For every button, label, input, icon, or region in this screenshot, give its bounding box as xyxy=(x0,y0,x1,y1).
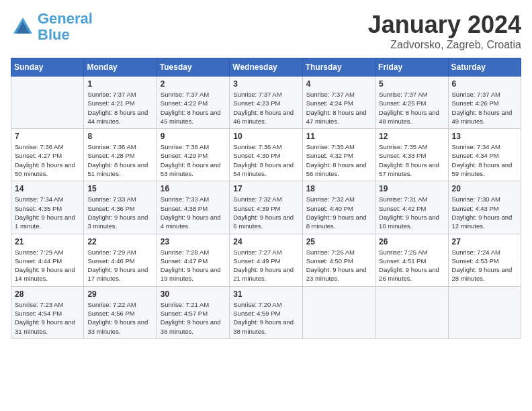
day-number: 23 xyxy=(161,237,226,246)
day-cell: 19Sunrise: 7:31 AMSunset: 4:42 PMDayligh… xyxy=(375,181,448,234)
day-number: 12 xyxy=(379,132,444,141)
day-number: 29 xyxy=(87,289,152,299)
day-cell: 7Sunrise: 7:36 AMSunset: 4:27 PMDaylight… xyxy=(11,129,84,181)
day-info: Sunrise: 7:36 AMSunset: 4:27 PMDaylight:… xyxy=(15,142,80,178)
day-cell: 25Sunrise: 7:26 AMSunset: 4:50 PMDayligh… xyxy=(302,234,375,286)
day-cell: 26Sunrise: 7:25 AMSunset: 4:51 PMDayligh… xyxy=(375,234,448,286)
day-info: Sunrise: 7:33 AMSunset: 4:36 PMDaylight:… xyxy=(87,195,152,230)
day-number: 17 xyxy=(233,184,298,193)
day-cell: 8Sunrise: 7:36 AMSunset: 4:28 PMDaylight… xyxy=(84,129,157,181)
day-cell: 2Sunrise: 7:37 AMSunset: 4:22 PMDaylight… xyxy=(157,77,229,129)
day-number: 9 xyxy=(161,132,226,141)
day-cell: 4Sunrise: 7:37 AMSunset: 4:24 PMDaylight… xyxy=(302,77,375,129)
day-number: 11 xyxy=(306,132,371,141)
day-number: 2 xyxy=(161,79,226,89)
day-cell: 5Sunrise: 7:37 AMSunset: 4:25 PMDaylight… xyxy=(375,77,448,129)
day-cell: 29Sunrise: 7:22 AMSunset: 4:56 PMDayligh… xyxy=(84,286,157,338)
day-info: Sunrise: 7:37 AMSunset: 4:26 PMDaylight:… xyxy=(452,90,517,126)
day-info: Sunrise: 7:32 AMSunset: 4:39 PMDaylight:… xyxy=(233,195,298,230)
calendar-table: SundayMondayTuesdayWednesdayThursdayFrid… xyxy=(11,58,521,339)
weekday-header-sunday: Sunday xyxy=(11,58,84,77)
week-row-3: 14Sunrise: 7:34 AMSunset: 4:35 PMDayligh… xyxy=(11,181,521,234)
day-info: Sunrise: 7:25 AMSunset: 4:51 PMDaylight:… xyxy=(379,248,444,283)
logo-blue: Blue xyxy=(38,26,70,43)
day-cell: 24Sunrise: 7:27 AMSunset: 4:49 PMDayligh… xyxy=(230,234,302,286)
day-info: Sunrise: 7:31 AMSunset: 4:42 PMDaylight:… xyxy=(379,195,444,230)
day-cell xyxy=(11,77,84,129)
day-info: Sunrise: 7:29 AMSunset: 4:44 PMDaylight:… xyxy=(15,248,80,283)
location: Zadvorsko, Zagreb, Croatia xyxy=(368,39,521,51)
week-row-2: 7Sunrise: 7:36 AMSunset: 4:27 PMDaylight… xyxy=(11,129,521,181)
day-cell: 20Sunrise: 7:30 AMSunset: 4:43 PMDayligh… xyxy=(448,181,521,234)
day-cell: 16Sunrise: 7:33 AMSunset: 4:38 PMDayligh… xyxy=(157,181,229,234)
day-cell: 22Sunrise: 7:29 AMSunset: 4:46 PMDayligh… xyxy=(84,234,157,286)
month-title: January 2024 xyxy=(368,11,521,39)
day-info: Sunrise: 7:23 AMSunset: 4:54 PMDaylight:… xyxy=(15,300,80,336)
day-info: Sunrise: 7:37 AMSunset: 4:23 PMDaylight:… xyxy=(233,90,298,126)
day-number: 28 xyxy=(15,289,80,299)
day-number: 6 xyxy=(452,79,517,89)
day-number: 15 xyxy=(87,184,152,193)
day-info: Sunrise: 7:21 AMSunset: 4:57 PMDaylight:… xyxy=(161,300,226,336)
day-number: 27 xyxy=(452,237,517,246)
day-number: 19 xyxy=(379,184,444,193)
day-info: Sunrise: 7:37 AMSunset: 4:24 PMDaylight:… xyxy=(306,90,371,126)
logo-icon xyxy=(11,15,35,39)
day-number: 7 xyxy=(15,132,80,141)
week-row-4: 21Sunrise: 7:29 AMSunset: 4:44 PMDayligh… xyxy=(11,234,521,286)
week-row-1: 1Sunrise: 7:37 AMSunset: 4:21 PMDaylight… xyxy=(11,77,521,129)
day-cell xyxy=(302,286,375,338)
page-header: General Blue January 2024 Zadvorsko, Zag… xyxy=(11,11,521,51)
day-cell: 18Sunrise: 7:32 AMSunset: 4:40 PMDayligh… xyxy=(302,181,375,234)
day-info: Sunrise: 7:20 AMSunset: 4:59 PMDaylight:… xyxy=(233,300,298,336)
day-info: Sunrise: 7:28 AMSunset: 4:47 PMDaylight:… xyxy=(161,248,226,283)
day-info: Sunrise: 7:35 AMSunset: 4:32 PMDaylight:… xyxy=(306,142,371,178)
day-cell: 31Sunrise: 7:20 AMSunset: 4:59 PMDayligh… xyxy=(230,286,302,338)
day-number: 1 xyxy=(87,79,152,89)
weekday-header-thursday: Thursday xyxy=(302,58,375,77)
day-cell: 28Sunrise: 7:23 AMSunset: 4:54 PMDayligh… xyxy=(11,286,84,338)
day-info: Sunrise: 7:34 AMSunset: 4:35 PMDaylight:… xyxy=(15,195,80,230)
day-cell: 13Sunrise: 7:34 AMSunset: 4:34 PMDayligh… xyxy=(448,129,521,181)
weekday-header-row: SundayMondayTuesdayWednesdayThursdayFrid… xyxy=(11,58,521,77)
day-cell: 17Sunrise: 7:32 AMSunset: 4:39 PMDayligh… xyxy=(230,181,302,234)
day-cell: 23Sunrise: 7:28 AMSunset: 4:47 PMDayligh… xyxy=(157,234,229,286)
day-number: 16 xyxy=(161,184,226,193)
day-number: 22 xyxy=(87,237,152,246)
day-number: 21 xyxy=(15,237,80,246)
logo-text: General Blue xyxy=(38,11,93,43)
weekday-header-wednesday: Wednesday xyxy=(230,58,302,77)
day-cell: 27Sunrise: 7:24 AMSunset: 4:53 PMDayligh… xyxy=(448,234,521,286)
day-info: Sunrise: 7:27 AMSunset: 4:49 PMDaylight:… xyxy=(233,248,298,283)
day-info: Sunrise: 7:37 AMSunset: 4:21 PMDaylight:… xyxy=(87,90,152,126)
day-number: 13 xyxy=(452,132,517,141)
day-info: Sunrise: 7:24 AMSunset: 4:53 PMDaylight:… xyxy=(452,248,517,283)
day-info: Sunrise: 7:36 AMSunset: 4:28 PMDaylight:… xyxy=(87,142,152,178)
day-cell: 21Sunrise: 7:29 AMSunset: 4:44 PMDayligh… xyxy=(11,234,84,286)
week-row-5: 28Sunrise: 7:23 AMSunset: 4:54 PMDayligh… xyxy=(11,286,521,338)
day-number: 18 xyxy=(306,184,371,193)
weekday-header-tuesday: Tuesday xyxy=(157,58,229,77)
day-number: 3 xyxy=(233,79,298,89)
day-cell: 30Sunrise: 7:21 AMSunset: 4:57 PMDayligh… xyxy=(157,286,229,338)
day-cell: 6Sunrise: 7:37 AMSunset: 4:26 PMDaylight… xyxy=(448,77,521,129)
day-cell: 9Sunrise: 7:36 AMSunset: 4:29 PMDaylight… xyxy=(157,129,229,181)
day-cell: 11Sunrise: 7:35 AMSunset: 4:32 PMDayligh… xyxy=(302,129,375,181)
day-number: 24 xyxy=(233,237,298,246)
day-cell xyxy=(375,286,448,338)
day-number: 4 xyxy=(306,79,371,89)
day-cell: 14Sunrise: 7:34 AMSunset: 4:35 PMDayligh… xyxy=(11,181,84,234)
day-info: Sunrise: 7:34 AMSunset: 4:34 PMDaylight:… xyxy=(452,142,517,178)
day-number: 14 xyxy=(15,184,80,193)
day-info: Sunrise: 7:26 AMSunset: 4:50 PMDaylight:… xyxy=(306,248,371,283)
day-info: Sunrise: 7:36 AMSunset: 4:29 PMDaylight:… xyxy=(161,142,226,178)
day-number: 8 xyxy=(87,132,152,141)
day-info: Sunrise: 7:32 AMSunset: 4:40 PMDaylight:… xyxy=(306,195,371,230)
day-number: 26 xyxy=(379,237,444,246)
day-cell: 12Sunrise: 7:35 AMSunset: 4:33 PMDayligh… xyxy=(375,129,448,181)
day-cell: 1Sunrise: 7:37 AMSunset: 4:21 PMDaylight… xyxy=(84,77,157,129)
day-cell xyxy=(448,286,521,338)
day-info: Sunrise: 7:36 AMSunset: 4:30 PMDaylight:… xyxy=(233,142,298,178)
day-info: Sunrise: 7:29 AMSunset: 4:46 PMDaylight:… xyxy=(87,248,152,283)
title-block: January 2024 Zadvorsko, Zagreb, Croatia xyxy=(368,11,521,51)
